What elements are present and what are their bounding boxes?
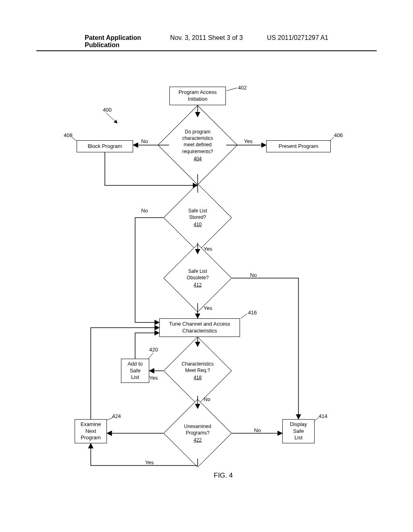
decision-text: Do program characteristics meet defined …	[182, 129, 213, 154]
box-text: Program Access Initiation	[179, 89, 217, 103]
header-left: Patent Application Publication	[85, 34, 166, 49]
page-header: Patent Application Publication Nov. 3, 2…	[36, 34, 377, 51]
ref-412: 412	[194, 282, 202, 288]
ref-410: 410	[194, 221, 202, 228]
edge-label-422-yes: Yes	[145, 459, 154, 466]
ref-418: 418	[194, 374, 202, 381]
header-center: Nov. 3, 2011 Sheet 3 of 3	[166, 34, 247, 49]
ref-420: 420	[149, 347, 158, 353]
edge-label-418-yes: Yes	[149, 375, 158, 381]
ref-402: 402	[238, 85, 247, 91]
box-text: Add to Safe List	[127, 361, 143, 381]
svg-line-16	[315, 418, 319, 421]
ref-406: 406	[334, 132, 343, 138]
ref-424: 424	[112, 413, 121, 419]
decision-text: Unexamined Programs?	[184, 424, 211, 436]
ref-400: 400	[103, 107, 112, 113]
decision-text: Characteristics Meet Req.?	[181, 361, 213, 373]
edge-label-410-no: No	[141, 208, 148, 214]
decision-text: Safe List Stored?	[188, 208, 207, 220]
edge-label-422-no: No	[254, 427, 261, 433]
box-text: Examine Next Program	[81, 421, 101, 442]
box-add-to-safe-list: Add to Safe List	[121, 359, 149, 383]
box-tune-channel: Tune Channel and Access Characteristics	[159, 318, 240, 337]
box-text: Present Program	[279, 143, 318, 150]
box-present-program: Present Program	[266, 140, 331, 152]
box-examine-next-program: Examine Next Program	[75, 419, 107, 443]
svg-line-10	[241, 314, 247, 318]
ref-422: 422	[194, 437, 202, 443]
svg-line-1	[106, 113, 117, 123]
svg-line-12	[148, 353, 153, 359]
ref-416: 416	[248, 310, 257, 316]
box-program-access-initiation: Program Access Initiation	[169, 87, 226, 105]
box-text: Block Program	[88, 143, 122, 150]
decision-safe-list-stored: Safe List Stored? 410	[173, 193, 222, 242]
decision-text: Safe List Obsolete?	[187, 268, 209, 281]
decision-characteristics-meet-requirements: Do program characteristics meet defined …	[169, 117, 226, 173]
ref-408: 408	[64, 132, 73, 138]
ref-414: 414	[319, 413, 327, 419]
edge-label-412-no: No	[250, 272, 257, 278]
svg-line-6	[72, 137, 77, 141]
box-block-program: Block Program	[77, 140, 133, 152]
ref-404: 404	[194, 155, 202, 162]
edge-label-412-yes: Yes	[204, 305, 212, 311]
decision-safe-list-obsolete: Safe List Obsolete? 412	[173, 254, 222, 302]
edge-label-404-yes: Yes	[244, 138, 252, 144]
decision-unexamined-programs: Unexamined Programs? 422	[173, 409, 222, 457]
box-text: Tune Channel and Access Characteristics	[169, 321, 230, 335]
box-text: Display Safe List	[290, 421, 307, 442]
flowchart-diagram: Program Access Initiation 402 400 Do pro…	[0, 64, 413, 488]
header-right: US 2011/0271297 A1	[247, 34, 328, 49]
decision-characteristics-meet-req: Characteristics Meet Req.? 418	[173, 347, 222, 395]
edge-label-404-no: No	[141, 138, 148, 144]
edge-label-418-no: No	[204, 396, 211, 402]
box-display-safe-list: Display Safe List	[282, 419, 315, 443]
figure-label: FIG. 4	[214, 472, 233, 480]
svg-line-0	[227, 88, 237, 91]
